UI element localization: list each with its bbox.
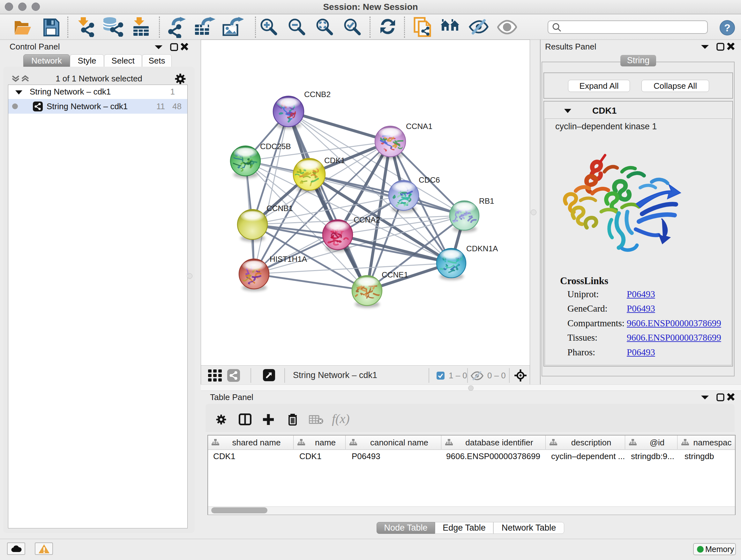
svg-text:CDKN1A: CDKN1A	[466, 244, 498, 253]
svg-text:CDK1: CDK1	[324, 156, 345, 165]
svg-text:HIST1H1A: HIST1H1A	[270, 255, 307, 263]
svg-text:CCNA2: CCNA2	[354, 215, 380, 224]
svg-text:CDC6: CDC6	[419, 176, 440, 184]
svg-text:CCNE1: CCNE1	[382, 270, 408, 279]
svg-text:CDC25B: CDC25B	[260, 142, 291, 151]
svg-text:CCNB1: CCNB1	[266, 204, 293, 212]
svg-text:CCNA1: CCNA1	[406, 122, 432, 131]
svg-text:CCNB2: CCNB2	[304, 90, 331, 99]
svg-text:RB1: RB1	[479, 197, 494, 205]
